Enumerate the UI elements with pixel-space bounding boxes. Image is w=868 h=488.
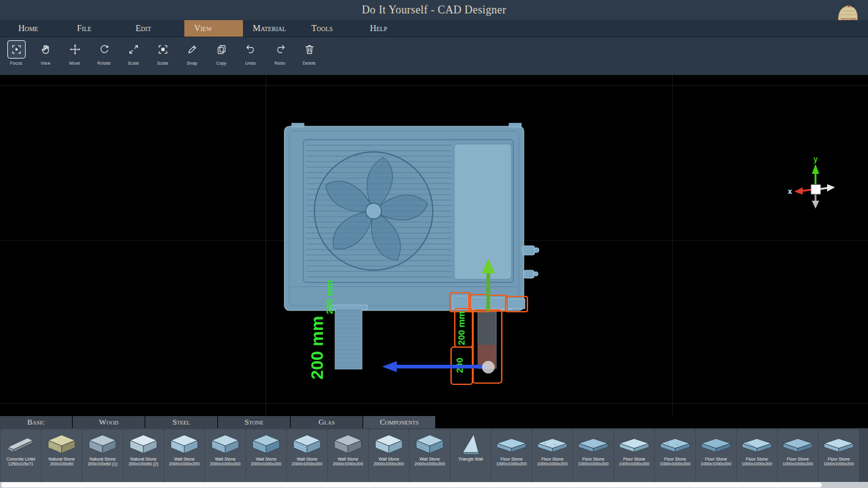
material-thumbnail — [126, 431, 161, 456]
material-label: Wall Stone2000x1000x200 — [210, 457, 241, 467]
menu-item-home[interactable]: Home — [9, 20, 67, 37]
tab-glas[interactable]: Glas — [291, 416, 363, 428]
menu-item-material[interactable]: Material — [243, 20, 302, 37]
material-label: Floor Stone1000x1000x200 — [783, 457, 813, 467]
tab-basic[interactable]: Basic — [0, 416, 72, 428]
y-axis-arrow[interactable] — [486, 272, 490, 311]
toolbar-button-snap[interactable]: Snap — [181, 40, 203, 65]
material-item[interactable]: Wall Stone2000x1000x200 — [410, 429, 450, 482]
material-item[interactable]: Natural Stone200x100x50 (2) — [123, 429, 164, 482]
undo-icon — [242, 40, 260, 59]
material-item[interactable]: Floor Stone1000x1000x200 — [655, 429, 695, 482]
material-label: Natural Stone200x100x50 (1) — [88, 457, 118, 467]
toolbar-button-label: Undo — [245, 61, 256, 65]
toolbar-button-undo[interactable]: Undo — [239, 40, 262, 65]
selected-wall-stone[interactable] — [478, 312, 496, 368]
orientation-gizmo[interactable]: y x — [788, 155, 835, 209]
material-item[interactable]: Triangle Wall — [450, 429, 491, 482]
svg-text:C·A·D: C·A·D — [843, 4, 855, 8]
material-label: Concrete Lintel1250x115x71 — [6, 457, 35, 467]
left-foot-block[interactable] — [335, 309, 362, 369]
material-item[interactable]: Wall Stone2000x1000x200 — [164, 429, 204, 482]
gizmo-origin-sphere[interactable] — [482, 361, 494, 373]
gizmo-y-cone[interactable] — [812, 164, 819, 174]
toolbar-button-copy[interactable]: Copy — [210, 40, 233, 65]
x-axis-arrowhead[interactable] — [382, 361, 397, 372]
gizmo-center-cube[interactable] — [811, 185, 820, 194]
toolbar-button-redo[interactable]: Redo — [269, 40, 291, 65]
material-label: Wall Stone2000x1000x200 — [414, 457, 445, 467]
menu-item-help[interactable]: Help — [360, 20, 419, 37]
material-item[interactable]: Floor Stone1000x1000x200 — [819, 429, 859, 482]
tab-stone[interactable]: Stone — [218, 416, 290, 428]
toolbar-button-rotate[interactable]: Rotate — [93, 40, 115, 65]
toolbar-button-scale[interactable]: Scale — [122, 40, 145, 65]
material-label: Floor Stone1000x1000x200 — [823, 457, 854, 467]
material-size: 200x100x50 — [49, 462, 75, 467]
gizmo-down-cone[interactable] — [812, 201, 819, 209]
tab-wood[interactable]: Wood — [73, 416, 145, 428]
toolbar-buttons: FocusViewMoveRotateScaleScaleSnapCopyUnd… — [5, 40, 320, 65]
material-item[interactable]: Wall Stone2000x1000x200 — [369, 429, 409, 482]
material-item[interactable]: Concrete Lintel1250x115x71 — [1, 429, 41, 482]
gizmo-y-label: y — [814, 155, 818, 163]
material-thumbnail — [494, 431, 529, 456]
material-item[interactable]: Wall Stone2000x1000x200 — [328, 429, 368, 482]
material-item[interactable]: Wall Stone2000x1000x200 — [205, 429, 245, 482]
material-item[interactable]: Floor Stone1000x1000x200 — [573, 429, 613, 482]
material-label: Natural Stone200x100x50 — [49, 457, 75, 467]
material-size: 2000x1000x200 — [292, 462, 322, 467]
material-size: 2000x1000x200 — [333, 462, 363, 467]
material-thumbnail — [535, 431, 570, 456]
x-axis-arrow[interactable] — [396, 365, 487, 368]
material-item[interactable]: Natural Stone200x100x50 — [42, 429, 82, 482]
tab-components[interactable]: Components — [363, 416, 435, 428]
material-name: Floor Stone — [783, 457, 813, 462]
menu-item-view[interactable]: View — [184, 20, 243, 37]
viewport[interactable]: 200 mm 200 mm 200 mm 200 y x — [0, 75, 868, 416]
material-item[interactable]: Floor Stone1000x1000x200 — [696, 429, 736, 482]
material-thumbnail — [740, 431, 774, 456]
ac-unit-model[interactable] — [284, 123, 539, 310]
toolbar-button-move[interactable]: Move — [63, 40, 86, 65]
material-item[interactable]: Floor Stone1000x1000x200 — [737, 429, 777, 482]
gizmo-x-cone[interactable] — [794, 187, 803, 195]
toolbar-button-label: Copy — [216, 61, 226, 65]
gizmo-x-label: x — [788, 187, 792, 196]
material-thumbnail — [454, 431, 488, 456]
toolbar-button-scale2[interactable]: Scale — [151, 40, 174, 65]
material-name: Wall Stone — [374, 457, 404, 462]
toolbar-button-label: Snap — [187, 61, 197, 65]
gizmo-z-cone[interactable] — [827, 184, 835, 192]
copy-icon — [212, 40, 231, 59]
material-item[interactable]: Wall Stone2000x1000x200 — [246, 429, 286, 482]
menu-item-file[interactable]: File — [67, 20, 126, 37]
material-item[interactable]: Natural Stone200x100x50 (1) — [82, 429, 123, 482]
material-item[interactable]: Floor Stone1000x1000x200 — [532, 429, 573, 482]
material-item[interactable]: Floor Stone1000x1000x200 — [491, 429, 532, 482]
tab-steel[interactable]: Steel — [145, 416, 217, 428]
toolbar-button-delete[interactable]: Delete — [298, 40, 320, 65]
rotate-icon — [95, 40, 114, 59]
horizontal-scrollbar[interactable] — [0, 482, 868, 488]
material-label: Wall Stone2000x1000x200 — [169, 457, 200, 467]
material-item[interactable]: Wall Stone2000x1000x200 — [287, 429, 327, 482]
material-tabs: BasicWoodSteelStoneGlasComponents — [0, 416, 435, 428]
material-size: 1000x1000x200 — [496, 462, 527, 467]
material-size: 1000x1000x200 — [701, 462, 731, 467]
scene-canvas[interactable]: 200 mm 200 mm 200 mm 200 y x — [0, 75, 868, 416]
toolbar-button-focus[interactable]: Focus — [5, 40, 27, 65]
scrollbar-thumb[interactable] — [1, 483, 822, 487]
material-item[interactable]: Floor Stone1000x1000x200 — [614, 429, 654, 482]
material-label: Natural Stone200x100x50 (2) — [129, 457, 159, 467]
material-item[interactable]: Floor Stone1000x1000x200 — [778, 429, 818, 482]
toolbar-button-label: Scale — [157, 61, 168, 65]
material-name: Floor Stone — [823, 457, 854, 462]
menu-item-tools[interactable]: Tools — [302, 20, 360, 37]
material-name: Floor Stone — [578, 457, 609, 462]
material-thumbnail — [208, 431, 242, 456]
material-thumbnail — [658, 431, 692, 456]
menu-item-edit[interactable]: Edit — [126, 20, 184, 37]
material-name: Floor Stone — [701, 457, 731, 462]
toolbar-button-view[interactable]: View — [34, 40, 57, 65]
